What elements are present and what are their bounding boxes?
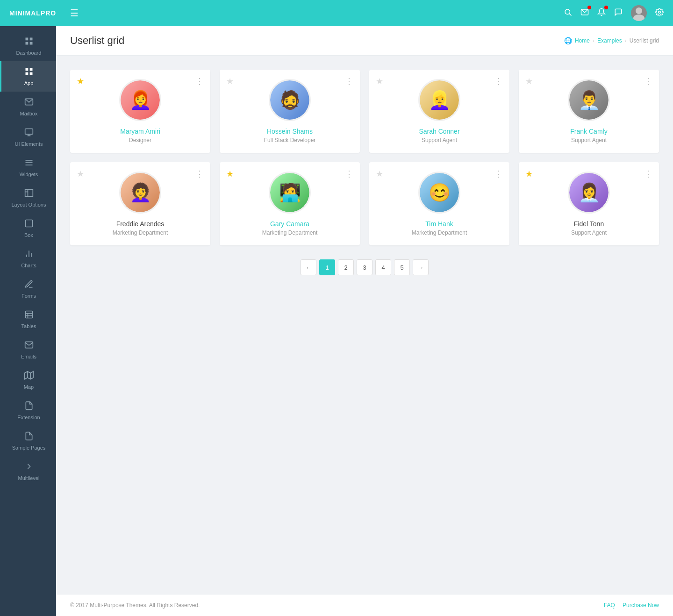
sidebar-item-map[interactable]: Map (0, 365, 56, 395)
breadcrumb-home[interactable]: Home (575, 37, 590, 44)
sidebar-item-emails[interactable]: Emails (0, 335, 56, 365)
sidebar-item-app[interactable]: App (0, 61, 56, 92)
user-role-8: Support Agent (571, 229, 607, 236)
breadcrumb-examples[interactable]: Examples (597, 37, 622, 44)
sidebar-item-mailbox[interactable]: Mailbox (0, 92, 56, 122)
sidebar-label-forms: Forms (21, 293, 36, 299)
svg-point-3 (636, 7, 642, 14)
emails-icon (24, 340, 34, 352)
sidebar: Dashboard App Mailbox UI Elements Widget… (0, 26, 56, 616)
sidebar-label-widgets: Widgets (20, 172, 38, 177)
chat-icon[interactable] (614, 8, 623, 19)
svg-rect-21 (25, 190, 33, 197)
search-icon[interactable] (564, 8, 572, 19)
star-icon-1[interactable]: ★ (77, 76, 84, 86)
sidebar-label-extension: Extension (17, 415, 40, 420)
more-icon-4[interactable]: ⋮ (644, 76, 652, 86)
app-logo: MINIMALPRO (9, 9, 56, 17)
svg-rect-12 (25, 72, 28, 75)
svg-rect-24 (25, 220, 32, 227)
star-icon-8[interactable]: ★ (525, 169, 533, 179)
pagination-page-2[interactable]: 2 (338, 259, 354, 275)
avatar-face-4: 👨‍💼 (569, 80, 609, 120)
more-icon-3[interactable]: ⋮ (494, 76, 503, 86)
pagination-page-4[interactable]: 4 (375, 259, 391, 275)
sidebar-label-charts: Charts (21, 263, 36, 268)
user-name-1[interactable]: Maryam Amiri (120, 128, 160, 135)
footer-purchase-link[interactable]: Purchase Now (623, 602, 659, 609)
mail-icon[interactable] (580, 8, 589, 19)
multilevel-icon (24, 462, 34, 473)
pagination-page-1[interactable]: 1 (319, 259, 335, 275)
sidebar-label-ui-elements: UI Elements (15, 141, 43, 147)
breadcrumb-current: Userlist grid (630, 37, 659, 44)
sidebar-label-sample-pages: Sample Pages (12, 445, 46, 451)
user-avatar-2: 🧔 (269, 79, 311, 121)
sidebar-item-charts[interactable]: Charts (0, 244, 56, 274)
content-area: ★ ⋮ 👩‍🦰 Maryam Amiri Designer ★ ⋮ 🧔 Hoss… (56, 56, 673, 594)
svg-point-4 (633, 14, 644, 21)
forms-icon (24, 279, 34, 291)
svg-rect-11 (29, 68, 32, 71)
sidebar-item-sample-pages[interactable]: Sample Pages (0, 426, 56, 456)
sidebar-item-widgets[interactable]: Widgets (0, 152, 56, 183)
more-icon-1[interactable]: ⋮ (195, 76, 204, 86)
user-name-5[interactable]: Freddie Arendes (116, 220, 165, 228)
sidebar-label-multilevel: Multilevel (18, 475, 40, 481)
footer-faq-link[interactable]: FAQ (604, 602, 615, 609)
user-name-4[interactable]: Frank Camly (570, 128, 607, 135)
svg-point-5 (659, 11, 661, 13)
pagination-next[interactable]: → (413, 259, 429, 275)
star-icon-4[interactable]: ★ (525, 76, 533, 86)
sidebar-item-layout-options[interactable]: Layout Options (0, 183, 56, 213)
more-icon-5[interactable]: ⋮ (195, 169, 204, 179)
user-card-4: ★ ⋮ 👨‍💼 Frank Camly Support Agent (519, 70, 659, 153)
sidebar-label-layout-options: Layout Options (12, 202, 46, 208)
avatar-face-1: 👩‍🦰 (121, 80, 160, 120)
more-icon-7[interactable]: ⋮ (494, 169, 503, 179)
more-icon-6[interactable]: ⋮ (345, 169, 353, 179)
star-icon-6[interactable]: ★ (226, 169, 234, 179)
hamburger-menu[interactable]: ☰ (70, 7, 79, 19)
sidebar-item-box[interactable]: Box (0, 213, 56, 244)
user-name-8[interactable]: Fidel Tonn (574, 220, 604, 228)
sidebar-item-ui-elements[interactable]: UI Elements (0, 122, 56, 152)
more-icon-8[interactable]: ⋮ (644, 169, 652, 179)
avatar-face-3: 👱‍♀️ (420, 80, 459, 120)
user-avatar[interactable] (631, 5, 647, 21)
box-icon (24, 219, 34, 230)
pagination-page-5[interactable]: 5 (394, 259, 410, 275)
user-name-2[interactable]: Hossein Shams (267, 128, 313, 135)
sidebar-item-tables[interactable]: Tables (0, 304, 56, 335)
user-avatar-8: 👩‍💼 (568, 172, 610, 214)
sidebar-item-extension[interactable]: Extension (0, 395, 56, 426)
svg-rect-28 (25, 311, 32, 318)
user-name-3[interactable]: Sarah Conner (419, 128, 459, 135)
user-name-6[interactable]: Gary Camara (270, 220, 309, 228)
sidebar-item-multilevel[interactable]: Multilevel (0, 456, 56, 487)
user-card-2: ★ ⋮ 🧔 Hossein Shams Full Stack Developer (220, 70, 360, 153)
user-name-7[interactable]: Tim Hank (425, 220, 453, 228)
user-role-2: Full Stack Developer (264, 137, 316, 143)
sidebar-item-dashboard[interactable]: Dashboard (0, 31, 56, 61)
sidebar-label-app: App (24, 80, 34, 86)
pagination-prev[interactable]: ← (301, 259, 316, 275)
svg-rect-8 (25, 42, 28, 45)
mail-badge (587, 6, 591, 9)
avatar-face-5: 👩‍🦱 (121, 173, 160, 212)
svg-rect-10 (25, 68, 28, 71)
user-card-3: ★ ⋮ 👱‍♀️ Sarah Conner Support Agent (369, 70, 509, 153)
user-avatar-4: 👨‍💼 (568, 79, 610, 121)
settings-icon[interactable] (655, 8, 664, 19)
sidebar-item-forms[interactable]: Forms (0, 274, 56, 304)
star-icon-7[interactable]: ★ (376, 169, 383, 179)
user-role-4: Support Agent (571, 137, 607, 143)
star-icon-3[interactable]: ★ (376, 76, 383, 86)
more-icon-2[interactable]: ⋮ (345, 76, 353, 86)
user-card-5: ★ ⋮ 👩‍🦱 Freddie Arendes Marketing Depart… (70, 162, 210, 245)
user-avatar-5: 👩‍🦱 (119, 172, 161, 214)
bell-icon[interactable] (597, 8, 606, 19)
pagination-page-3[interactable]: 3 (357, 259, 372, 275)
star-icon-2[interactable]: ★ (226, 76, 234, 86)
star-icon-5[interactable]: ★ (77, 169, 84, 179)
